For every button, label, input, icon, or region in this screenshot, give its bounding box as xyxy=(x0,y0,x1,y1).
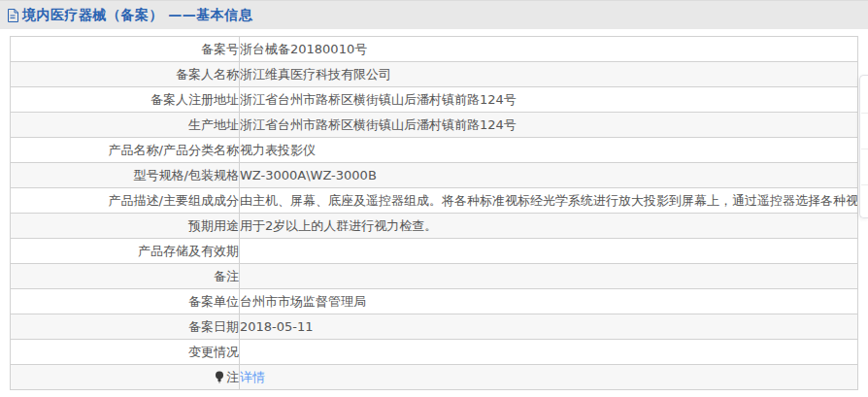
row-label: 备案号 xyxy=(11,37,240,62)
row-label-note: 注 xyxy=(11,365,240,390)
table-row: 产品描述/主要组成成分 由主机、屏幕、底座及遥控器组成。将各种标准视标经光学系统… xyxy=(11,188,858,214)
table-row: 产品名称/产品分类名称 视力表投影仪 xyxy=(11,138,858,163)
document-icon xyxy=(7,9,18,22)
floating-widget-edge[interactable] xyxy=(859,75,868,218)
info-table-wrap: 备案号 浙台械备20180010号 备案人名称 浙江维真医疗科技有限公司 备案人… xyxy=(10,36,858,390)
row-label: 变更情况 xyxy=(11,340,240,365)
row-label: 预期用途 xyxy=(11,214,240,239)
lightbulb-icon xyxy=(215,371,224,383)
table-row: 生产地址 浙江省台州市路桥区横街镇山后潘村镇前路124号 xyxy=(11,113,858,138)
widget-divider xyxy=(861,149,868,149)
table-row: 备案人注册地址 浙江省台州市路桥区横街镇山后潘村镇前路124号 xyxy=(11,87,858,113)
row-value: 2018-05-11 xyxy=(240,314,858,340)
table-row: 备案人名称 浙江维真医疗科技有限公司 xyxy=(11,62,858,87)
table-row: 备注 xyxy=(11,264,858,289)
table-row: 型号规格/包装规格 WZ-3000A\WZ-3000B xyxy=(11,163,858,188)
row-value: 浙江省台州市路桥区横街镇山后潘村镇前路124号 xyxy=(240,113,858,138)
row-label: 备案单位 xyxy=(11,289,240,314)
detail-link[interactable]: 详情 xyxy=(240,370,265,384)
row-label: 产品名称/产品分类名称 xyxy=(11,138,240,163)
table-row: 备案单位 台州市市场监督管理局 xyxy=(11,289,858,314)
table-row-note: 注 详情 xyxy=(11,365,858,390)
row-value xyxy=(240,239,858,264)
widget-divider xyxy=(861,113,868,114)
row-label: 生产地址 xyxy=(11,113,240,138)
page-header: 境内医疗器械（备案） ——基本信息 xyxy=(0,0,868,29)
row-label: 备注 xyxy=(11,264,240,289)
row-label: 备案日期 xyxy=(11,314,240,340)
row-value: 浙台械备20180010号 xyxy=(240,37,858,62)
info-table: 备案号 浙台械备20180010号 备案人名称 浙江维真医疗科技有限公司 备案人… xyxy=(10,36,858,390)
row-label: 产品存储及有效期 xyxy=(11,239,240,264)
row-value: 台州市市场监督管理局 xyxy=(240,289,858,314)
widget-divider xyxy=(861,184,868,185)
row-value: 浙江省台州市路桥区横街镇山后潘村镇前路124号 xyxy=(240,87,858,113)
table-row: 备案日期 2018-05-11 xyxy=(11,314,858,340)
row-label: 型号规格/包装规格 xyxy=(11,163,240,188)
table-row: 变更情况 xyxy=(11,340,858,365)
row-value: WZ-3000A\WZ-3000B xyxy=(240,163,858,188)
row-value: 视力表投影仪 xyxy=(240,138,858,163)
row-label: 备案人名称 xyxy=(11,62,240,87)
row-value xyxy=(240,264,858,289)
row-value: 由主机、屏幕、底座及遥控器组成。将各种标准视标经光学系统进行放大投影到屏幕上，通… xyxy=(240,188,858,214)
row-value xyxy=(240,340,858,365)
table-row: 产品存储及有效期 xyxy=(11,239,858,264)
row-value: 浙江维真医疗科技有限公司 xyxy=(240,62,858,87)
note-label: 注 xyxy=(226,370,239,384)
row-label: 备案人注册地址 xyxy=(11,87,240,113)
page-title: 境内医疗器械（备案） ——基本信息 xyxy=(22,7,252,24)
table-row: 备案号 浙台械备20180010号 xyxy=(11,37,858,62)
row-value-note: 详情 xyxy=(240,365,858,390)
table-row: 预期用途 用于2岁以上的人群进行视力检查。 xyxy=(11,214,858,239)
row-label: 产品描述/主要组成成分 xyxy=(11,188,240,214)
row-value: 用于2岁以上的人群进行视力检查。 xyxy=(240,214,858,239)
